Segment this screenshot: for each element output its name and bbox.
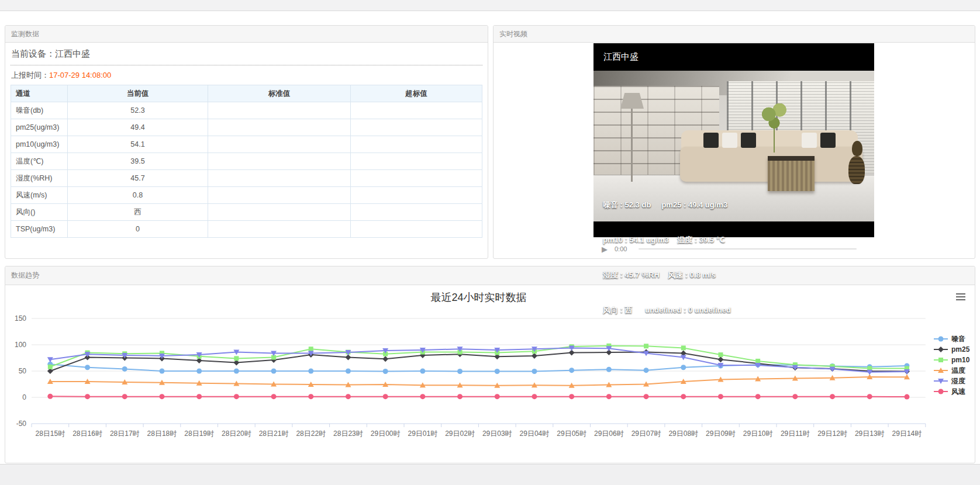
table-row: TSP(ug/m3)0 [11,221,482,238]
legend-label: 湿度 [951,377,965,385]
x-axis-label: 29日04时 [520,429,550,438]
y-axis-label: 50 [19,367,27,375]
legend-item-噪音[interactable]: 噪音 [934,335,965,343]
table-row: 湿度(%RH)45.7 [11,170,482,187]
legend-item-温度[interactable]: 温度 [934,366,965,375]
legend-item-pm10[interactable]: pm10 [934,356,970,364]
x-axis-label: 29日12时 [817,429,847,438]
x-axis-label: 28日20时 [222,429,251,438]
trend-chart: -5005010015028日15时28日16时28日17时28日18时28日1… [5,285,975,463]
legend-label: 温度 [951,366,965,375]
photo-vase [852,141,862,156]
x-axis-label: 29日03时 [482,429,512,438]
cell-channel: TSP(ug/m3) [11,221,68,238]
cell-current: 52.3 [68,102,208,119]
table-row: 风向()西 [11,204,482,221]
cell-current: 39.5 [68,153,208,170]
trend-panel-title: 数据趋势 [5,266,975,285]
photo-cushion [703,133,719,148]
cell-current: 0 [68,221,208,238]
photo-cushion [741,133,756,148]
cell-over [351,153,482,170]
table-header-row: 通道 当前值 标准值 超标值 [11,85,482,102]
x-axis-label: 28日21时 [259,429,289,438]
cell-over [351,221,482,238]
x-axis-label: 29日11时 [781,429,810,438]
cell-over [351,204,482,221]
cell-over [351,136,482,153]
x-axis-label: 28日18时 [147,429,177,438]
cell-channel: 湿度(%RH) [11,170,68,187]
legend-label: 噪音 [951,335,965,343]
chart-export-menu-icon[interactable] [956,293,965,300]
cell-standard [208,153,351,170]
x-axis-label: 29日01时 [408,429,437,438]
photo-cushion [802,133,817,148]
monitor-data-panel: 监测数据 当前设备：江西中盛 上报时间：17-07-29 14:08:00 通道… [5,25,488,259]
cell-channel: pm10(ug/m3) [11,136,68,153]
cell-standard [208,187,351,204]
y-axis-label: 100 [15,341,26,349]
header-channel: 通道 [11,85,68,102]
overlay-line: 噪音 : 52.3 db pm25 : 49.4 ug/m3 [603,199,731,211]
legend-item-pm25[interactable]: pm25 [934,345,970,354]
cell-standard [208,102,351,119]
series-温度 [47,374,910,388]
photo-cushion [820,133,836,148]
table-row: pm10(ug/m3)54.1 [11,136,482,153]
video-device-title: 江西中盛 [603,51,639,63]
cell-over [351,102,482,119]
photo-coffee-table [768,156,815,191]
y-axis-label: -50 [16,420,27,428]
x-axis-label: 29日08时 [668,429,698,438]
report-time-label: 上报时间： [11,71,49,79]
series-风速 [47,394,909,400]
report-time-value: 17-07-29 14:08:00 [49,71,111,79]
cell-channel: pm25(ug/m3) [11,119,68,136]
cell-standard [208,221,351,238]
data-trend-panel: 数据趋势 -5005010015028日15时28日16时28日17时28日18… [5,266,975,463]
cell-channel: 噪音(db) [11,102,68,119]
x-axis-label: 29日10时 [743,429,773,438]
cell-current: 45.7 [68,170,208,187]
x-axis-label: 29日06时 [594,429,624,438]
table-row: 噪音(db)52.3 [11,102,482,119]
browser-top-strip [0,0,980,11]
x-axis-label: 28日22时 [296,429,326,438]
x-axis-label: 28日17时 [110,429,140,438]
video-player[interactable]: 江西中盛 噪音 : 52.3 db pm25 : 49.4 ug/m3 pm10… [593,43,874,237]
cell-over [351,119,482,136]
overlay-line: 风向 : 西 undefined : 0 undefined [603,304,731,316]
photo-lamp [631,107,633,182]
x-axis-label: 28日23时 [333,429,363,438]
x-axis-label: 29日07时 [632,429,661,438]
legend-item-湿度[interactable]: 湿度 [934,377,965,385]
legend-label: pm10 [951,356,970,364]
page-footer-strip [0,464,980,485]
cell-current: 西 [68,204,208,221]
x-axis-label: 28日16时 [73,429,102,438]
cell-channel: 风向() [11,204,68,221]
cell-channel: 风速(m/s) [11,187,68,204]
legend-label: pm25 [951,345,970,354]
x-axis-label: 28日19时 [184,429,214,438]
cell-standard [208,136,351,153]
monitor-table: 通道 当前值 标准值 超标值 噪音(db)52.3 pm25(ug/m3)49.… [11,85,482,238]
photo-vase [848,156,865,184]
cell-current: 49.4 [68,119,208,136]
cell-over [351,187,482,204]
cell-current: 54.1 [68,136,208,153]
line-chart-canvas: -5005010015028日15时28日16时28日17时28日18时28日1… [5,285,975,460]
video-data-overlay: 噪音 : 52.3 db pm25 : 49.4 ug/m3 pm10 : 54… [603,176,731,340]
legend-item-风速[interactable]: 风速 [934,387,966,396]
monitor-panel-title: 监测数据 [5,26,488,43]
y-axis-label: 150 [15,314,26,323]
overlay-line: pm10 : 54.1 ug/m3 温度 : 39.5 ℃ [603,234,731,246]
cell-channel: 温度(℃) [11,153,68,170]
video-panel-title: 实时视频 [494,26,975,43]
chart-title: 最近24小时实时数据 [430,292,526,303]
x-axis-label: 29日13时 [855,429,885,438]
report-time-row: 上报时间：17-07-29 14:08:00 [11,65,482,85]
header-current: 当前值 [68,85,208,102]
legend-label: 风速 [951,387,966,396]
